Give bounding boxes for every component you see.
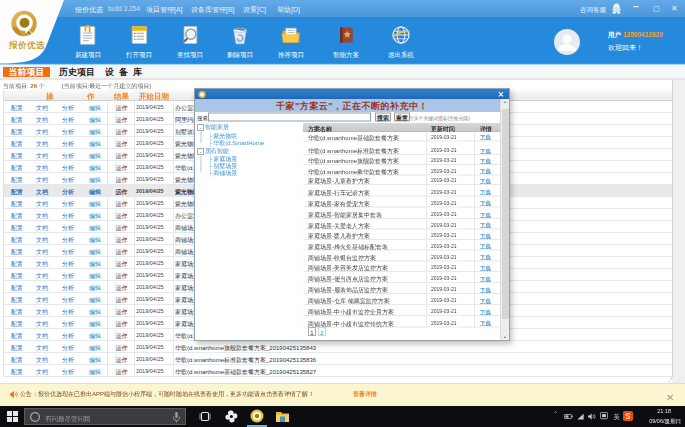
svg-text:S: S xyxy=(625,412,631,421)
